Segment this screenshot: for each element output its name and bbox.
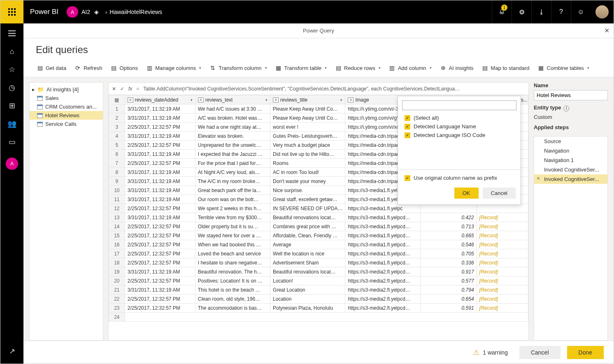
queries-panel: ▸ 📁 AI insights [4] SalesCRM Customers a… <box>29 82 103 341</box>
expand-icon: ↗ <box>9 347 15 356</box>
nav-recent[interactable]: ◷ <box>7 83 17 93</box>
chevron-down-icon: ▾ <box>191 98 193 102</box>
settings-button[interactable]: ⚙ <box>512 0 531 23</box>
applied-step[interactable]: Invoked CognitiveSer... <box>534 165 607 174</box>
table-row[interactable]: 152/25/2017, 12:32:57 PMWe stayed here f… <box>109 231 528 240</box>
applied-step[interactable]: Navigation 1 <box>534 155 607 165</box>
dataset-name[interactable]: HawaiiHotelReviews <box>109 9 162 15</box>
nav-workspaces[interactable]: ▭ <box>7 137 17 147</box>
combine-tables-button[interactable]: ▦Combine tables▾ <box>535 63 593 73</box>
applied-steps-label: Applied steps <box>534 124 608 130</box>
table-row[interactable]: 133/31/2017, 11:32:19 AMTerrible view fr… <box>109 213 528 222</box>
table-row[interactable]: 193/31/2017, 11:32:19 AMBeautiful renova… <box>109 267 528 276</box>
applied-steps-list: SourceNavigationNavigation 1Invoked Cogn… <box>534 136 608 341</box>
formula-text[interactable]: Table.AddColumn(#"Invoked CognitiveServi… <box>143 86 525 92</box>
warning-icon: ⚠ <box>473 348 479 357</box>
options-button[interactable]: ▤Options <box>107 63 141 73</box>
workspaces-icon: ▭ <box>9 137 16 146</box>
notifications-button[interactable]: 🕭 1 <box>492 0 512 23</box>
feedback-button[interactable]: ☺ <box>571 0 591 23</box>
apps-icon: ⊞ <box>9 101 15 110</box>
nav-apps[interactable]: ⊞ <box>7 101 17 111</box>
corner-cell[interactable]: ▦ <box>109 95 125 104</box>
nav-shared[interactable]: 👥 <box>7 119 17 129</box>
refresh-button[interactable]: ⟳Refresh <box>71 63 106 73</box>
use-prefix-option[interactable]: ✓Use original column name as prefix <box>398 172 521 183</box>
query-item[interactable]: Hotel Reviews <box>30 111 103 120</box>
help-button[interactable]: ? <box>551 0 571 23</box>
ribbon: ▤Get data ⟳Refresh ▤Options ▥Manage colu… <box>23 59 614 77</box>
transform-column-button[interactable]: ⇅Transform column▾ <box>206 63 270 73</box>
question-icon: ? <box>559 8 563 16</box>
detected-language-iso-option[interactable]: ✓Detected Language ISO Code <box>405 131 514 139</box>
nav-favorites[interactable]: ☆ <box>7 65 17 74</box>
popup-search-input[interactable] <box>402 100 516 110</box>
top-header: Power BI A AI2 ◈ › HawaiiHotelReviews 🕭 … <box>0 0 614 23</box>
warning-indicator[interactable]: ⚠1 warning <box>473 348 508 357</box>
get-data-button[interactable]: ▤Get data <box>33 63 70 73</box>
footer-done-button[interactable]: Done <box>567 346 604 359</box>
nav-menu[interactable] <box>7 28 17 38</box>
fx-icon[interactable]: fx <box>128 86 132 92</box>
map-standard-button[interactable]: ▤Map to standard <box>479 63 533 73</box>
ai-insights-button[interactable]: ⊕AI insights <box>437 63 477 73</box>
transform-table-button[interactable]: ▦Transform table▾ <box>272 63 330 73</box>
entity-type-value: Custom <box>534 112 608 120</box>
table-row[interactable]: 172/25/2017, 12:32:57 PMLoved the beach … <box>109 249 528 258</box>
workspace-name[interactable]: AI2 <box>81 9 90 15</box>
chevron-down-icon: ▾ <box>325 66 327 70</box>
table-icon <box>37 104 43 109</box>
chevron-down-icon: ▾ <box>265 98 267 102</box>
table-row[interactable]: 222/25/2017, 12:32:57 PMClean room, old … <box>109 294 528 304</box>
info-icon[interactable]: i <box>563 106 569 111</box>
applied-step[interactable]: Source <box>534 137 607 146</box>
table-row[interactable]: 162/25/2017, 12:32:57 PMWhen we had book… <box>109 240 528 249</box>
table-row[interactable]: 142/25/2017, 12:32:57 PMOlder property b… <box>109 222 528 231</box>
popup-ok-button[interactable]: OK <box>454 188 479 199</box>
manage-columns-button[interactable]: ▥Manage columns▾ <box>143 63 205 73</box>
table-row[interactable]: 182/25/2017, 12:32:57 PMI hesitate to sh… <box>109 258 528 267</box>
workspace-avatar[interactable]: A <box>67 6 78 18</box>
applied-step[interactable]: Navigation <box>534 146 607 155</box>
table-row[interactable]: 232/25/2017, 12:32:57 PMThe accommodatio… <box>109 304 528 313</box>
column-header[interactable]: Areviews_title▾ <box>270 95 345 104</box>
checkbox-checked-icon: ✓ <box>405 115 410 121</box>
nav-home[interactable]: ⌂ <box>7 46 17 56</box>
footer-cancel-button[interactable]: Cancel <box>519 346 561 359</box>
select-all-option[interactable]: ✓(Select all) <box>405 114 514 122</box>
table-row[interactable]: 122/25/2017, 12:32:57 PMWe spent 2 weeks… <box>109 204 528 213</box>
table-icon <box>37 113 43 118</box>
popup-cancel-button[interactable]: Cancel <box>483 188 516 199</box>
query-item[interactable]: Service Calls <box>30 120 103 128</box>
chevron-down-icon: ▾ <box>340 98 342 102</box>
reduce-rows-button[interactable]: ▤Reduce rows▾ <box>332 63 384 73</box>
close-button[interactable]: ✕ <box>604 27 609 35</box>
app-launcher[interactable] <box>0 0 23 23</box>
queries-folder[interactable]: ▸ 📁 AI insights [4] <box>30 85 103 94</box>
power-query-header: Power Query ✕ <box>23 23 614 38</box>
caret-icon: ▸ <box>32 86 35 93</box>
cancel-formula-icon[interactable]: ✕ <box>112 86 116 92</box>
star-icon: ☆ <box>9 65 15 74</box>
table-row[interactable]: 213/31/2017, 11:32:19 AMThis hotel is on… <box>109 285 528 294</box>
type-icon: A <box>348 97 354 102</box>
transform-tbl-icon: ▦ <box>275 65 282 71</box>
query-item[interactable]: CRM Customers an... <box>30 102 103 111</box>
current-workspace-icon[interactable]: A <box>6 158 18 170</box>
main-area: Power Query ✕ Edit queries ▤Get data ⟳Re… <box>23 23 614 364</box>
download-button[interactable]: ⭳ <box>531 0 551 23</box>
column-header[interactable]: Areviews_dateAdded▾ <box>125 95 195 104</box>
profile-avatar[interactable] <box>595 5 609 19</box>
column-header[interactable]: Areviews_text▾ <box>195 95 270 104</box>
applied-step[interactable]: Invoked CognitiveSer... <box>534 174 607 184</box>
table-row[interactable]: 202/25/2017, 12:32:57 PMPositives: Locat… <box>109 276 528 285</box>
type-icon: A <box>273 97 279 102</box>
clock-icon: ◷ <box>9 83 15 92</box>
nav-expand[interactable]: ↗ <box>7 346 17 356</box>
add-column-button[interactable]: ▥Add column▾ <box>386 63 435 73</box>
query-item[interactable]: Sales <box>30 94 103 102</box>
table-icon <box>37 122 43 127</box>
accept-formula-icon[interactable]: ✓ <box>120 86 124 92</box>
query-name-input[interactable] <box>534 90 608 100</box>
detected-language-name-option[interactable]: ✓Detected Language Name <box>405 122 514 131</box>
